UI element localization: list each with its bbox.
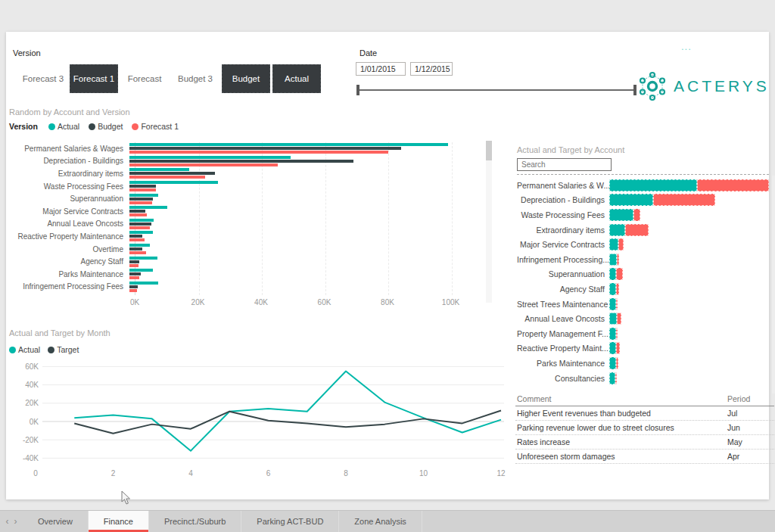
x-tick-label: 40K [254, 298, 268, 306]
bar-row-depreciation-buildings[interactable]: Depreciation - Buildings [8, 155, 484, 168]
tab-overview[interactable]: Overview [23, 511, 89, 532]
bar-budget [129, 235, 142, 238]
category-label: Permanent Salaries & W... [517, 181, 609, 190]
comment-cell: Parking revenue lower due to street clos… [515, 423, 727, 432]
chart-x-axis: 0K20K40K60K80K100K [135, 298, 468, 309]
tab-finance[interactable]: Finance [89, 511, 149, 532]
bar-row-major-service-contracts[interactable]: Major Service Contracts [8, 205, 484, 218]
period-cell: Jun [727, 423, 774, 432]
bar-budget [129, 185, 156, 188]
bar-row-annual-leave-oncosts[interactable]: Annual Leave Oncosts [8, 218, 484, 231]
date-start-input[interactable] [356, 62, 406, 76]
actual-segment [609, 194, 653, 206]
version-option-budget-3[interactable]: Budget 3 [171, 64, 219, 93]
chart-title: Actual and Target by Month [9, 328, 110, 338]
bar-row-infringement-processing-fees[interactable]: Infringement Processing Fees [8, 281, 484, 294]
period-cell: Apr [727, 452, 774, 461]
stacked-row-consultancies[interactable]: Consultancies [517, 371, 775, 386]
date-end-input[interactable] [410, 62, 453, 76]
bar-row-agency-staff[interactable]: Agency Staff [8, 255, 484, 268]
bar-budget [129, 210, 145, 213]
bar-row-permanent-salaries-wages[interactable]: Permanent Salaries & Wages [8, 142, 484, 155]
stacked-row-annual-leave-oncosts[interactable]: Annual Leave Oncosts [517, 311, 775, 326]
stacked-row-permanent-salaries-w[interactable]: Permanent Salaries & W... [517, 178, 775, 193]
visual-options-ellipsis-icon[interactable]: ... [681, 41, 692, 52]
stacked-row-property-management-f[interactable]: Property Management F... [517, 326, 775, 341]
bar-forecast-1 [129, 163, 278, 166]
bar-row-waste-processing-fees[interactable]: Waste Processing Fees [8, 180, 484, 193]
chart-vertical-scrollbar[interactable] [486, 141, 492, 303]
svg-text:0K: 0K [30, 418, 39, 426]
version-option-actual[interactable]: Actual [272, 64, 321, 93]
bar-row-overtime[interactable]: Overtime [8, 243, 484, 256]
svg-text:40K: 40K [25, 381, 39, 389]
svg-text:2: 2 [111, 469, 116, 478]
svg-text:4: 4 [188, 469, 193, 478]
bar-group [129, 219, 154, 229]
category-label: Property Management F... [517, 329, 609, 338]
bar-group [129, 257, 157, 267]
bar-actual [129, 231, 153, 234]
stacked-row-extraordinary-items[interactable]: Extraordinary items [517, 222, 775, 238]
stacked-row-infringement-processing[interactable]: Infringement Processing... [517, 252, 775, 267]
category-label: Street Trees Maintenance [517, 300, 609, 309]
version-option-forecast-1[interactable]: Forecast 1 [70, 64, 118, 93]
bar-forecast-1 [129, 238, 145, 241]
legend-label: Target [57, 345, 79, 354]
slider-track [359, 89, 634, 91]
bar-budget [129, 147, 401, 150]
slider-handle-start[interactable] [356, 85, 359, 95]
stacked-row-agency-staff[interactable]: Agency Staff [517, 282, 775, 297]
panel-scrollbar[interactable] [772, 176, 775, 394]
target-segment [616, 342, 620, 354]
bar-budget [129, 247, 142, 250]
stacked-row-depreciation-buildings[interactable]: Depreciation - Buildings [517, 193, 775, 208]
version-option-forecast[interactable]: Forecast [120, 64, 169, 93]
svg-text:10: 10 [419, 469, 428, 478]
target-segment [616, 298, 618, 310]
stacked-row-waste-processing-fees[interactable]: Waste Processing Fees [517, 207, 775, 222]
bar-row-superannuation[interactable]: Superannuation [8, 192, 484, 205]
date-slicer [356, 62, 453, 76]
stacked-row-street-trees-maintenance[interactable]: Street Trees Maintenance [517, 297, 775, 312]
actual-segment [609, 357, 616, 369]
stacked-row-reactive-property-maint[interactable]: Reactive Property Maint... [517, 341, 775, 356]
tab-precinct-suburb[interactable]: Precinct./Suburb [149, 511, 241, 532]
chart-title: Random by Account and Version [9, 107, 130, 117]
stacked-row-major-service-contracts[interactable]: Major Service Contracts [517, 237, 775, 252]
stacked-row-superannuation[interactable]: Superannuation [517, 267, 775, 282]
tab-zone-analysis[interactable]: Zone Analysis [339, 511, 422, 532]
next-tab-arrow-icon[interactable]: › [14, 516, 17, 527]
tab-parking-act-bud[interactable]: Parking ACT-BUD [241, 511, 339, 532]
bar-forecast-1 [129, 151, 388, 154]
category-label: Parks Maintenance [517, 359, 609, 368]
x-tick-label: 60K [318, 298, 331, 306]
svg-text:-40K: -40K [23, 454, 39, 462]
legend-dot-icon [89, 123, 95, 130]
legend-label: Budget [98, 122, 123, 131]
bar-budget [129, 160, 353, 163]
prev-tab-arrow-icon[interactable]: ‹ [6, 516, 9, 527]
target-segment [616, 268, 623, 280]
chart-rows: Permanent Salaries & WagesDepreciation -… [8, 142, 484, 293]
bar-row-reactive-property-maintenance[interactable]: Reactive Property Maintenance [8, 230, 484, 243]
comment-row: Unforeseen storm damagesApr [515, 450, 774, 464]
comments-table: Comment Period Higher Event revenues tha… [515, 393, 774, 464]
bar-budget [129, 198, 153, 201]
bar-row-extraordinary-items[interactable]: Extraordinary items [8, 167, 484, 180]
x-tick-label: 100K [442, 298, 459, 306]
acterys-logo: ACTERYS [636, 70, 770, 103]
category-label: Permanent Salaries & Wages [8, 145, 129, 153]
stacked-row-parks-maintenance[interactable]: Parks Maintenance [517, 356, 775, 371]
bar-forecast-1 [129, 251, 146, 254]
version-option-budget[interactable]: Budget [222, 64, 270, 93]
category-label: Superannuation [517, 269, 609, 278]
date-range-slider[interactable] [356, 85, 636, 95]
version-option-forecast-3[interactable]: Forecast 3 [19, 64, 67, 93]
search-input[interactable] [517, 158, 612, 171]
bar-row-parks-maintenance[interactable]: Parks Maintenance [8, 268, 484, 281]
scrollbar-thumb[interactable] [486, 141, 492, 160]
chart-legend: Version ActualBudgetForecast 1 [9, 122, 179, 131]
chart-title: Actual and Target by Account [517, 145, 775, 154]
legend-item-budget: Budget [89, 122, 123, 131]
